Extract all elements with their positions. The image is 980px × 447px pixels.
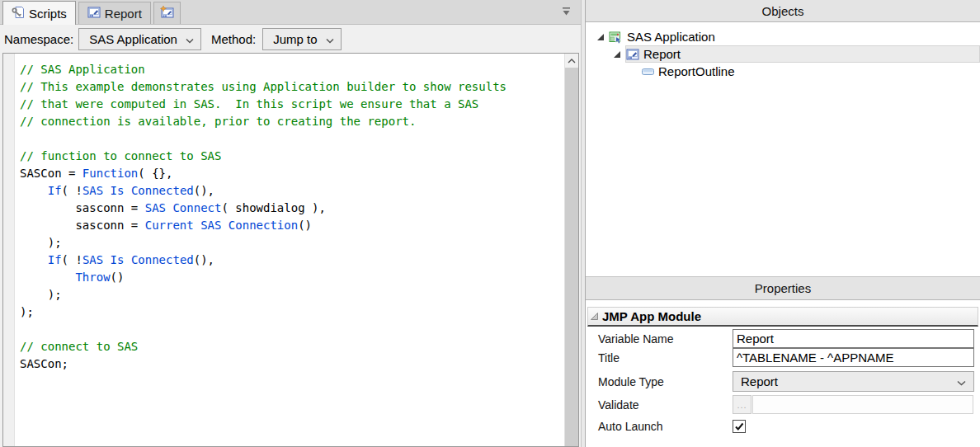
namespace-label: Namespace: (4, 32, 73, 46)
tab-report[interactable]: Report (78, 2, 151, 24)
scroll-up-icon[interactable] (565, 54, 578, 68)
script-editor: // SAS Application// This example demons… (2, 53, 579, 447)
chevron-down-icon (326, 32, 334, 46)
namespace-dropdown[interactable]: SAS Application (78, 28, 201, 50)
report-module-icon (87, 6, 101, 21)
tree-item-report[interactable]: Report (586, 45, 980, 63)
tab-scripts-label: Scripts (29, 7, 67, 21)
selected-row-highlight: Report (625, 45, 980, 63)
code-content[interactable]: // SAS Application// This example demons… (15, 54, 564, 446)
tree-item-label: ReportOutline (658, 64, 735, 78)
objects-tree: SAS Application (586, 22, 980, 276)
editor-gutter (3, 54, 15, 446)
check-icon (734, 422, 744, 431)
property-row-module-type: Module Type Report (587, 371, 978, 392)
tree-item-reportoutline[interactable]: ReportOutline (586, 63, 980, 80)
tab-scripts[interactable]: Scripts (2, 1, 76, 25)
tab-new-module[interactable] (153, 2, 181, 24)
expander-icon[interactable] (609, 50, 625, 59)
validate-label: Validate (598, 398, 733, 412)
property-row-validate: Validate ... (587, 395, 978, 414)
sas-application-icon (609, 31, 623, 44)
report-module-icon (626, 48, 639, 61)
script-toolbar: Namespace: SAS Application Method: Jump … (0, 25, 581, 53)
tab-bar: Scripts Report (0, 0, 581, 25)
properties-body: JMP App Module Variable Name Title Modul… (586, 300, 980, 447)
method-dropdown[interactable]: Jump to (262, 28, 341, 50)
properties-panel-header: Properties (586, 276, 980, 300)
title-label: Title (598, 351, 733, 365)
scripts-panel: Scripts Report (0, 0, 581, 447)
editor-scrollbar[interactable] (564, 54, 578, 446)
section-jmp-app-module[interactable]: JMP App Module (587, 307, 978, 327)
tree-item-label: SAS Application (627, 30, 715, 44)
property-row-auto-launch: Auto Launch (587, 420, 978, 433)
properties-title: Properties (755, 281, 811, 295)
validate-browse-button[interactable]: ... (733, 395, 751, 414)
auto-launch-checkbox[interactable] (733, 420, 746, 433)
namespace-dropdown-value: SAS Application (89, 32, 177, 46)
expander-icon[interactable] (592, 33, 609, 41)
scrollbar-thumb[interactable] (565, 68, 578, 446)
outline-box-icon (642, 68, 654, 76)
tab-overflow-icon[interactable] (560, 6, 572, 20)
module-type-label: Module Type (598, 375, 733, 388)
script-page-icon (12, 6, 25, 21)
variable-name-input[interactable] (733, 329, 974, 348)
objects-title: Objects (762, 4, 804, 18)
property-row-variable-name: Variable Name (587, 329, 978, 348)
chevron-down-icon (186, 32, 194, 46)
auto-launch-label: Auto Launch (598, 420, 733, 433)
section-collapse-icon[interactable] (590, 309, 599, 323)
app-window: Scripts Report (0, 0, 980, 447)
tree-item-sas-application[interactable]: SAS Application (586, 28, 980, 45)
new-module-icon (160, 6, 174, 21)
variable-name-label: Variable Name (598, 332, 733, 346)
section-title: JMP App Module (602, 309, 701, 323)
method-dropdown-value: Jump to (273, 32, 317, 46)
objects-panel-header: Objects (586, 0, 980, 22)
tree-item-label: Report (643, 47, 681, 61)
validate-input[interactable] (752, 395, 973, 414)
chevron-down-icon (957, 374, 966, 388)
module-type-value: Report (741, 374, 778, 388)
method-label: Method: (211, 32, 256, 46)
right-panel: Objects SAS Application (586, 0, 980, 447)
module-type-select[interactable]: Report (733, 371, 974, 392)
property-row-title: Title (587, 348, 978, 367)
title-input[interactable] (733, 348, 974, 367)
tab-report-label: Report (105, 7, 142, 21)
